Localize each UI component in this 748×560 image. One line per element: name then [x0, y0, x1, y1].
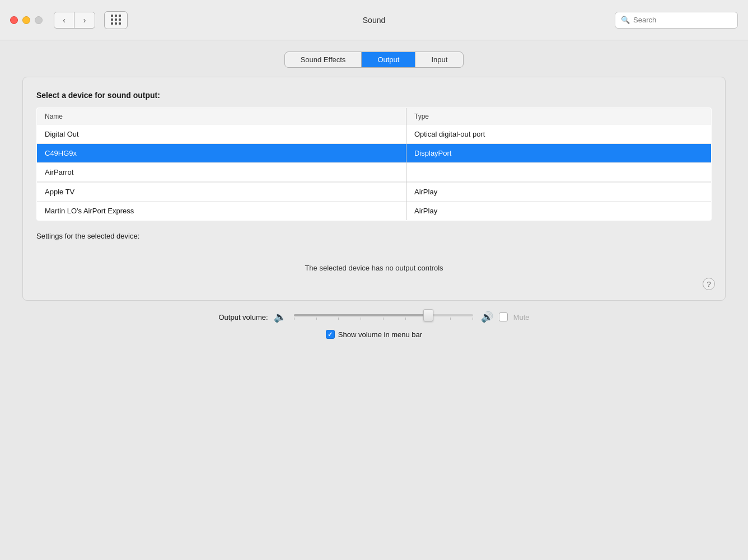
table-header-row: Name Type: [37, 108, 712, 125]
help-button[interactable]: ?: [703, 278, 715, 290]
device-name-cell: Martin LO's AirPort Express: [37, 202, 406, 221]
tabs: Sound Effects Output Input: [284, 52, 464, 68]
mute-label: Mute: [513, 313, 530, 321]
minimize-button[interactable]: [22, 16, 30, 24]
table-row[interactable]: C49HG9xDisplayPort: [37, 144, 712, 163]
device-type-cell: AirPlay: [406, 183, 711, 202]
device-type-cell: Optical digital-out port: [406, 125, 711, 144]
volume-low-icon: 🔈: [274, 311, 286, 323]
forward-button[interactable]: ›: [74, 12, 95, 28]
traffic-lights: [10, 16, 43, 24]
search-icon: 🔍: [621, 16, 630, 24]
column-header-type: Type: [406, 108, 711, 125]
volume-slider[interactable]: [294, 314, 473, 316]
tab-sound-effects[interactable]: Sound Effects: [285, 52, 362, 67]
search-bar[interactable]: 🔍: [615, 12, 738, 29]
device-name-cell: C49HG9x: [37, 144, 406, 163]
device-name-cell: Digital Out: [37, 125, 406, 144]
slider-fill: [294, 314, 428, 316]
main-content: Sound Effects Output Input Select a devi…: [0, 40, 748, 350]
tab-output[interactable]: Output: [362, 52, 415, 67]
slider-ticks: [294, 318, 473, 320]
table-row[interactable]: Digital OutOptical digital-out port: [37, 125, 712, 144]
window-title: Sound: [363, 16, 385, 25]
device-name-cell: AirParrot: [37, 163, 406, 182]
table-row[interactable]: AirParrot: [37, 163, 712, 182]
back-button[interactable]: ‹: [54, 12, 74, 28]
show-volume-checkbox-container[interactable]: ✓ Show volume in menu bar: [326, 330, 422, 339]
show-volume-label: Show volume in menu bar: [338, 330, 422, 339]
close-button[interactable]: [10, 16, 18, 24]
maximize-button[interactable]: [35, 16, 43, 24]
settings-label: Settings for the selected device:: [36, 232, 712, 240]
output-panel: Select a device for sound output: Name T…: [22, 77, 726, 301]
device-type-cell: [406, 163, 711, 182]
titlebar: ‹ › Sound 🔍: [0, 0, 748, 40]
bottom-controls: Output volume: 🔈: [22, 311, 726, 339]
navigation-buttons: ‹ ›: [54, 12, 95, 29]
volume-label: Output volume:: [218, 313, 268, 321]
slider-thumb[interactable]: [423, 309, 433, 321]
volume-row: Output volume: 🔈: [218, 311, 529, 323]
no-controls-message: The selected device has no output contro…: [36, 247, 712, 289]
table-row[interactable]: Apple TVAirPlay: [37, 183, 712, 202]
grid-view-button[interactable]: [104, 11, 128, 29]
tabs-container: Sound Effects Output Input: [22, 52, 726, 68]
show-volume-checkbox[interactable]: ✓: [326, 330, 335, 339]
tab-input[interactable]: Input: [415, 52, 463, 67]
device-type-cell: DisplayPort: [406, 144, 711, 163]
mute-checkbox[interactable]: [499, 312, 508, 321]
section-title: Select a device for sound output:: [36, 91, 712, 100]
search-input[interactable]: [633, 16, 732, 24]
grid-icon: [111, 15, 121, 25]
volume-high-icon: 🔊: [481, 311, 493, 323]
device-table: Name Type Digital OutOptical digital-out…: [36, 108, 712, 221]
device-name-cell: Apple TV: [37, 183, 406, 202]
table-row[interactable]: Martin LO's AirPort ExpressAirPlay: [37, 202, 712, 221]
column-header-name: Name: [37, 108, 406, 125]
slider-container: [292, 314, 475, 320]
device-type-cell: AirPlay: [406, 202, 711, 221]
